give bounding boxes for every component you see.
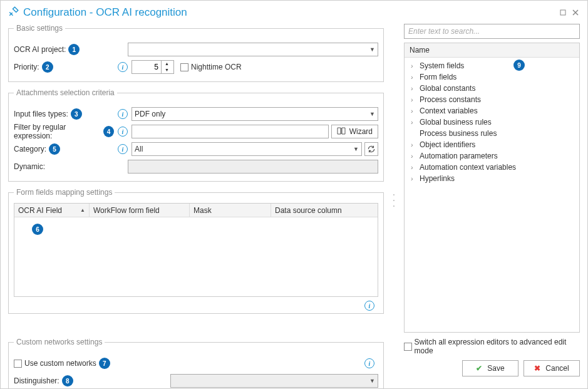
tree-item[interactable]: ›Global business rules bbox=[407, 117, 577, 128]
custom-networks-group: Custom networks settings Use custom netw… bbox=[8, 338, 384, 389]
tools-icon bbox=[8, 6, 19, 19]
tree-item-label: Process constants bbox=[420, 95, 481, 104]
badge-7: 7 bbox=[99, 358, 110, 369]
tree-item-label: Hyperlinks bbox=[420, 174, 455, 183]
wizard-button[interactable]: Wizard bbox=[331, 125, 378, 138]
expand-arrow-icon[interactable]: › bbox=[411, 152, 420, 160]
tree-item-label: Context variables bbox=[420, 106, 478, 115]
close-button[interactable] bbox=[571, 8, 580, 17]
basic-settings-group: Basic settings OCR AI project:1 ▼ Priori… bbox=[8, 24, 384, 82]
priority-stepper[interactable]: ▲▼ bbox=[132, 60, 174, 74]
sort-asc-icon: ▲ bbox=[80, 207, 85, 213]
mapping-legend: Form fields mapping settings bbox=[14, 188, 115, 197]
badge-9: 9 bbox=[513, 60, 525, 71]
cancel-button[interactable]: ✖Cancel bbox=[524, 360, 580, 376]
chevron-down-icon: ▼ bbox=[353, 146, 359, 152]
tree-item-label: Automation context variables bbox=[420, 163, 516, 172]
dynamic-field bbox=[128, 160, 378, 174]
tree-item-label: Automation parameters bbox=[420, 152, 498, 160]
regex-label: Filter by regular expression:4 bbox=[14, 123, 114, 140]
badge-2: 2 bbox=[42, 61, 53, 73]
search-input[interactable]: Enter text to search... bbox=[404, 24, 580, 39]
switch-editors-label: Switch all expression editors to advance… bbox=[415, 338, 580, 355]
mapping-group: Form fields mapping settings OCR AI Fiel… bbox=[8, 188, 384, 314]
splitter[interactable]: ••• bbox=[393, 24, 395, 376]
name-column-header[interactable]: Name bbox=[405, 43, 579, 58]
tree-item-label: Global business rules bbox=[420, 118, 492, 127]
tree-item[interactable]: ›Global constants bbox=[407, 83, 577, 94]
tree-item[interactable]: ›Automation context variables bbox=[407, 162, 577, 173]
chevron-down-icon: ▼ bbox=[369, 378, 375, 384]
category-label: Category:5 bbox=[14, 143, 114, 155]
tree-item-label: System fields bbox=[420, 61, 464, 70]
badge-6: 6 bbox=[32, 224, 43, 235]
badge-5: 5 bbox=[49, 143, 60, 155]
nighttime-checkbox[interactable] bbox=[180, 63, 188, 71]
tree-item-label: Form fields bbox=[420, 73, 456, 81]
dynamic-label: Dynamic: bbox=[14, 162, 114, 171]
x-icon: ✖ bbox=[534, 364, 540, 373]
expand-arrow-icon[interactable]: › bbox=[411, 118, 420, 126]
titlebar: Configuration - OCR AI recognition bbox=[1, 1, 587, 24]
variables-tree: Name 9 ›System fields›Form fields›Global… bbox=[404, 43, 580, 333]
badge-4: 4 bbox=[103, 126, 114, 137]
maximize-button[interactable] bbox=[559, 8, 567, 17]
expand-arrow-icon[interactable]: › bbox=[411, 62, 420, 70]
badge-3: 3 bbox=[71, 108, 82, 120]
switch-editors-checkbox[interactable] bbox=[404, 343, 412, 351]
expand-arrow-icon[interactable]: › bbox=[411, 175, 420, 182]
info-icon[interactable]: i bbox=[364, 301, 374, 311]
custom-legend: Custom networks settings bbox=[14, 338, 105, 346]
expand-arrow-icon[interactable]: › bbox=[411, 73, 420, 81]
info-icon[interactable]: i bbox=[118, 144, 128, 154]
use-custom-checkbox[interactable] bbox=[14, 360, 22, 368]
attachments-group: Attachments selection criteria Input fil… bbox=[8, 88, 384, 182]
use-custom-label: Use custom networks bbox=[24, 359, 96, 368]
tree-item-label: Object identifiers bbox=[420, 140, 475, 149]
expand-arrow-icon[interactable]: › bbox=[411, 85, 420, 92]
check-icon: ✔ bbox=[476, 364, 482, 373]
col-mask[interactable]: Mask bbox=[190, 204, 271, 217]
refresh-button[interactable] bbox=[364, 142, 378, 156]
spin-down[interactable]: ▼ bbox=[162, 67, 172, 73]
badge-1: 1 bbox=[68, 44, 80, 55]
expand-arrow-icon[interactable]: › bbox=[411, 107, 420, 115]
info-icon[interactable]: i bbox=[118, 127, 128, 137]
expand-arrow-icon[interactable]: › bbox=[411, 141, 420, 148]
tree-item-label: Global constants bbox=[420, 84, 475, 93]
ocr-project-label: OCR AI project:1 bbox=[14, 44, 114, 55]
tree-item[interactable]: ›Process business rules bbox=[407, 128, 577, 139]
tree-item[interactable]: ›Form fields bbox=[407, 71, 577, 83]
window-title: Configuration - OCR AI recognition bbox=[23, 6, 555, 19]
col-workflow-field[interactable]: WorkFlow form field bbox=[90, 204, 190, 217]
category-dropdown[interactable]: All▼ bbox=[132, 142, 362, 156]
ocr-project-dropdown[interactable]: ▼ bbox=[128, 43, 378, 56]
col-data-source[interactable]: Data source column bbox=[271, 204, 378, 217]
badge-8: 8 bbox=[62, 375, 73, 386]
priority-label: Priority:2 bbox=[14, 61, 114, 73]
priority-input[interactable] bbox=[132, 63, 161, 71]
tree-item[interactable]: ›Context variables bbox=[407, 105, 577, 117]
input-types-dropdown[interactable]: PDF only▼ bbox=[132, 107, 378, 121]
input-types-label: Input files types:3 bbox=[14, 108, 114, 120]
nighttime-label: Nighttime OCR bbox=[191, 63, 242, 71]
info-icon[interactable]: i bbox=[118, 62, 128, 72]
book-icon bbox=[337, 127, 346, 137]
info-icon[interactable]: i bbox=[364, 358, 374, 368]
spin-up[interactable]: ▲ bbox=[162, 61, 172, 67]
mapping-grid[interactable]: OCR AI Field▲ WorkFlow form field Mask D… bbox=[14, 203, 378, 297]
tree-item[interactable]: ›System fields bbox=[407, 60, 577, 71]
expand-arrow-icon[interactable]: › bbox=[411, 96, 420, 103]
info-icon[interactable]: i bbox=[118, 109, 128, 119]
regex-input[interactable] bbox=[132, 125, 329, 138]
tree-item[interactable]: ›Object identifiers bbox=[407, 139, 577, 150]
save-button[interactable]: ✔Save bbox=[462, 360, 518, 376]
chevron-down-icon: ▼ bbox=[369, 46, 375, 53]
col-ocr-field[interactable]: OCR AI Field▲ bbox=[14, 204, 90, 217]
svg-rect-0 bbox=[560, 10, 565, 15]
tree-item[interactable]: ›Hyperlinks bbox=[407, 173, 577, 184]
tree-item[interactable]: ›Automation parameters bbox=[407, 150, 577, 162]
expand-arrow-icon[interactable]: › bbox=[411, 163, 420, 171]
tree-item[interactable]: ›Process constants bbox=[407, 94, 577, 105]
distinguisher-label: Distinguisher:8 bbox=[14, 375, 83, 386]
